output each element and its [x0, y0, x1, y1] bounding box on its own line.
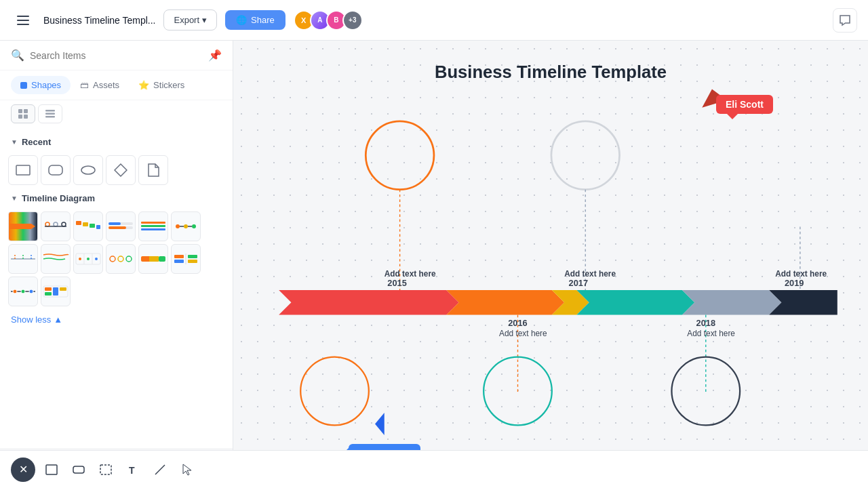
svg-point-96 [484, 357, 552, 426]
timeline-thumb-5[interactable] [138, 211, 168, 241]
svg-rect-27 [141, 222, 165, 224]
svg-point-58 [21, 289, 25, 293]
avatar-overflow[interactable]: +3 [342, 10, 363, 30]
svg-point-31 [184, 224, 188, 228]
svg-rect-3 [18, 109, 22, 113]
tab-shapes[interactable]: Shapes [11, 76, 71, 94]
user-label-rory: Rory Logan [349, 444, 420, 450]
close-button[interactable]: ✕ [11, 458, 35, 482]
tool-text[interactable]: T [122, 459, 144, 481]
user-label-eli: Eli Scott [716, 95, 773, 114]
svg-rect-55 [188, 260, 197, 263]
svg-rect-63 [53, 287, 58, 296]
timeline-thumb-12[interactable] [171, 244, 201, 274]
collaborators-group: X A B +3 [294, 10, 363, 30]
shape-note[interactable] [138, 155, 168, 185]
svg-rect-62 [45, 292, 52, 296]
shape-tabs: Shapes 🗃 Assets ⭐ Stickers [0, 70, 233, 100]
shapes-panel: ▼ Recent ▼ Timeline Diagram [0, 127, 233, 449]
svg-rect-2 [17, 24, 29, 25]
svg-point-45 [110, 256, 115, 262]
svg-marker-14 [9, 224, 35, 229]
recent-arrow-icon: ▼ [11, 138, 18, 146]
svg-marker-74 [279, 290, 458, 315]
svg-marker-76 [552, 290, 589, 315]
svg-text:2015: 2015 [387, 278, 406, 288]
svg-text:2018: 2018 [696, 318, 715, 328]
timeline-thumb-9[interactable] [73, 244, 103, 274]
svg-text:Add text here: Add text here [384, 269, 436, 279]
shape-pill[interactable] [73, 155, 103, 185]
tab-stickers[interactable]: ⭐ Stickers [129, 76, 194, 94]
svg-marker-79 [769, 290, 837, 315]
svg-marker-75 [446, 290, 564, 315]
timeline-thumb-14[interactable] [41, 277, 71, 306]
svg-point-47 [126, 256, 132, 262]
shape-rounded-rect[interactable] [41, 155, 71, 185]
export-button[interactable]: Export ▾ [163, 9, 217, 30]
tool-pointer[interactable] [176, 459, 198, 481]
svg-rect-8 [45, 113, 55, 115]
svg-rect-26 [108, 226, 126, 229]
main-canvas[interactable]: Business Timeline Template Add text h [233, 41, 868, 450]
search-input[interactable] [30, 50, 203, 61]
assets-icon: 🗃 [80, 80, 89, 90]
diagram-title: Business Timeline Template [435, 62, 667, 81]
tool-rounded-rect[interactable] [68, 459, 90, 481]
sub-tab-list[interactable] [38, 104, 62, 123]
svg-rect-50 [159, 256, 165, 262]
timeline-thumb-13[interactable] [8, 277, 38, 306]
timeline-thumb-3[interactable] [73, 211, 103, 241]
svg-rect-5 [18, 115, 22, 119]
svg-rect-1 [17, 20, 29, 21]
svg-point-72 [366, 121, 434, 190]
comment-button[interactable] [833, 8, 857, 33]
chevron-down-icon: ▾ [202, 15, 207, 25]
svg-rect-6 [24, 115, 28, 119]
svg-rect-100 [46, 465, 57, 474]
timeline-thumb-10[interactable] [106, 244, 136, 274]
globe-icon: 🌐 [236, 15, 247, 25]
search-bar: 🔍 📌 [0, 41, 233, 70]
pin-icon[interactable]: 📌 [208, 49, 222, 62]
menu-button[interactable] [11, 8, 35, 33]
timeline-thumb-11[interactable] [138, 244, 168, 274]
tab-assets[interactable]: 🗃 Assets [71, 76, 129, 94]
topbar: Business Timeline Templ... Export ▾ 🌐 Sh… [0, 0, 868, 41]
shape-rectangle[interactable] [8, 155, 38, 185]
tool-rectangle[interactable] [41, 459, 62, 481]
timeline-section-header[interactable]: ▼ Timeline Diagram [8, 189, 224, 207]
svg-point-73 [551, 121, 620, 190]
timeline-thumb-4[interactable] [106, 211, 136, 241]
share-button[interactable]: 🌐 Share [225, 10, 285, 30]
left-panel: 🔍 📌 Shapes 🗃 Assets ⭐ Stickers ▼ Re [0, 41, 233, 488]
svg-line-104 [155, 465, 165, 474]
svg-text:Add text here: Add text here [775, 269, 827, 279]
svg-point-46 [118, 256, 123, 262]
recent-section-header[interactable]: ▼ Recent [8, 133, 224, 151]
svg-marker-77 [576, 290, 694, 315]
timeline-thumb-2[interactable] [41, 211, 71, 241]
svg-rect-54 [174, 260, 184, 263]
svg-rect-52 [174, 255, 184, 258]
sub-tabs [0, 100, 233, 127]
shape-diamond[interactable] [106, 155, 136, 185]
show-less-button[interactable]: Show less ▲ [8, 310, 224, 329]
svg-rect-9 [45, 116, 55, 118]
tool-line[interactable] [149, 459, 171, 481]
sub-tab-grid[interactable] [11, 104, 35, 123]
svg-text:Add text here: Add text here [687, 329, 735, 338]
svg-rect-102 [100, 465, 111, 474]
svg-point-42 [79, 258, 81, 260]
timeline-thumb-6[interactable] [171, 211, 201, 241]
timeline-thumb-1[interactable] [8, 211, 38, 241]
svg-rect-48 [141, 256, 151, 262]
tool-circle[interactable] [95, 459, 117, 481]
svg-point-16 [54, 222, 58, 226]
search-icon: 🔍 [11, 49, 24, 62]
recent-shapes-grid [8, 151, 224, 189]
timeline-thumb-7[interactable] [8, 244, 38, 274]
svg-rect-10 [16, 165, 30, 175]
svg-point-59 [29, 289, 33, 293]
timeline-thumb-8[interactable] [41, 244, 71, 274]
